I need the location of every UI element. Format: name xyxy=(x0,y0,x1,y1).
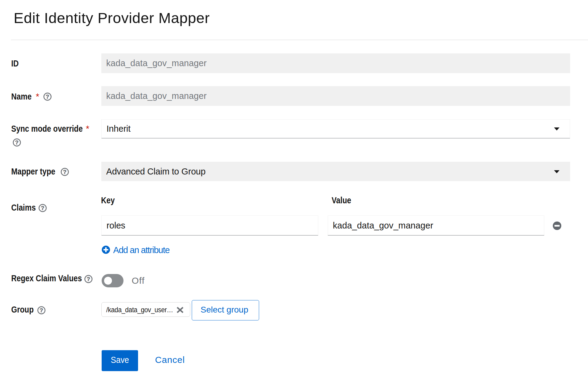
svg-text:?: ? xyxy=(87,276,90,282)
svg-text:?: ? xyxy=(40,307,43,313)
svg-text:?: ? xyxy=(63,169,66,175)
svg-text:?: ? xyxy=(15,139,19,146)
svg-text:?: ? xyxy=(46,93,49,100)
svg-text:?: ? xyxy=(41,205,44,211)
